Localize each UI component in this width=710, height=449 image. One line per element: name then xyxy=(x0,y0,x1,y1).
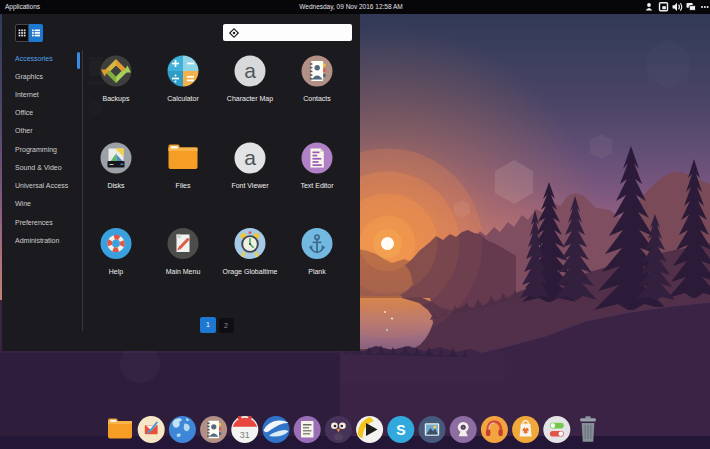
svg-text:a: a xyxy=(244,59,256,82)
svg-text:a: a xyxy=(244,146,256,169)
